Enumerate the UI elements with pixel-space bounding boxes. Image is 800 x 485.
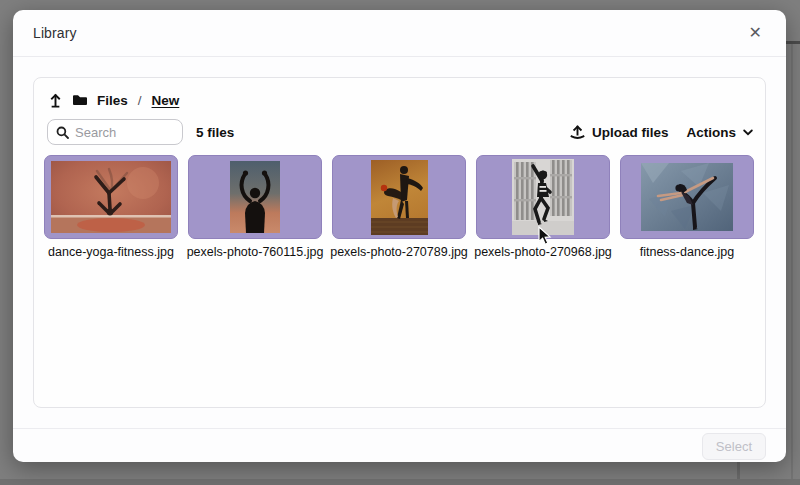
file-name: dance-yoga-fitness.jpg [48, 245, 174, 259]
modal-body: Files / New 5 files Upl [13, 57, 786, 428]
upload-files-label: Upload files [592, 125, 669, 140]
library-modal: Library ✕ Files / New [13, 10, 786, 462]
breadcrumb-current[interactable]: New [152, 93, 180, 108]
file-item[interactable]: fitness-dance.jpg [620, 155, 754, 259]
file-name: pexels-photo-760115.jpg [187, 245, 324, 259]
chevron-down-icon [743, 129, 753, 136]
select-button[interactable]: Select [702, 433, 766, 460]
search-icon [56, 126, 69, 139]
upload-icon [570, 125, 585, 140]
thumbnail-dance-yoga-fitness [44, 155, 178, 239]
search-box[interactable] [47, 119, 183, 145]
breadcrumb: Files / New [44, 88, 755, 110]
thumbnail-image [51, 161, 171, 233]
background-window-artifact [791, 44, 793, 485]
toolbar-actions: Upload files Actions [570, 125, 753, 140]
actions-label: Actions [686, 125, 736, 140]
file-count: 5 files [196, 125, 234, 140]
thumbnail-image [230, 161, 280, 233]
breadcrumb-root[interactable]: Files [97, 93, 128, 108]
search-input[interactable] [75, 125, 174, 140]
thumbnail-pexels-270789 [332, 155, 466, 239]
up-directory-icon[interactable] [48, 92, 63, 108]
file-name: pexels-photo-270968.jpg [474, 245, 612, 259]
thumbnail-fitness-dance [620, 155, 754, 239]
modal-title: Library [33, 25, 77, 41]
upload-files-button[interactable]: Upload files [570, 125, 669, 140]
file-grid: dance-yoga-fitness.jpg [44, 155, 755, 259]
background-window-artifact [786, 41, 800, 44]
file-item[interactable]: pexels-photo-270789.jpg [332, 155, 466, 259]
thumbnail-image [512, 159, 574, 235]
thumbnail-image [371, 160, 428, 235]
thumbnail-image [641, 163, 733, 231]
toolbar: 5 files Upload files Actions [44, 119, 755, 145]
library-panel: Files / New 5 files Upl [33, 77, 766, 408]
actions-button[interactable]: Actions [686, 125, 753, 140]
breadcrumb-separator: / [137, 93, 143, 108]
background-window-artifact [0, 479, 800, 485]
folder-icon [72, 93, 88, 107]
file-item[interactable]: pexels-photo-270968.jpg [476, 155, 610, 259]
modal-header: Library ✕ [13, 10, 786, 57]
file-name: pexels-photo-270789.jpg [330, 245, 468, 259]
thumbnail-pexels-760115 [188, 155, 322, 239]
file-item[interactable]: dance-yoga-fitness.jpg [44, 155, 178, 259]
close-icon[interactable]: ✕ [745, 21, 766, 45]
modal-footer: Select [13, 428, 786, 463]
file-name: fitness-dance.jpg [640, 245, 735, 259]
thumbnail-pexels-270968 [476, 155, 610, 239]
file-item[interactable]: pexels-photo-760115.jpg [188, 155, 322, 259]
